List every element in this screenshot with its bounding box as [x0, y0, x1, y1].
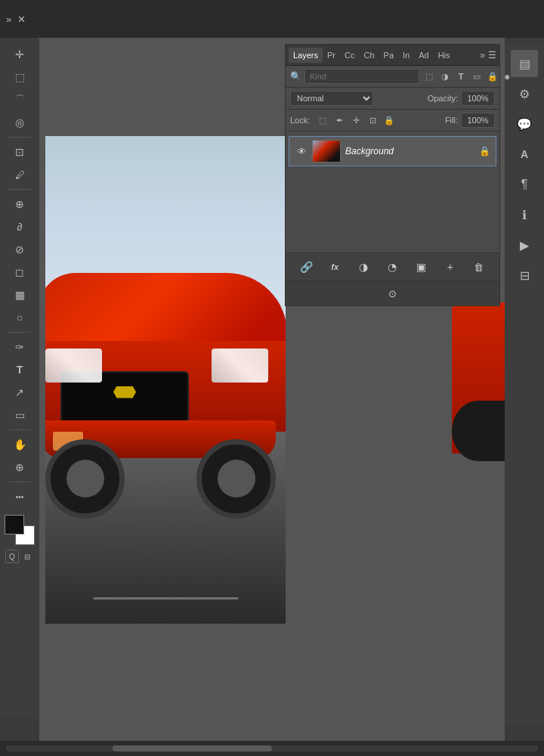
- tab-ch[interactable]: Ch: [359, 48, 379, 63]
- canvas-image: [45, 136, 286, 624]
- comments-panel-btn[interactable]: 💬: [511, 110, 538, 138]
- tab-cc[interactable]: Cc: [340, 48, 359, 63]
- search-icon: 🔍: [290, 71, 301, 82]
- fx-btn[interactable]: fx: [326, 258, 344, 276]
- lasso-tool[interactable]: ⌒: [6, 89, 33, 110]
- tab-layers[interactable]: Layers: [289, 48, 323, 63]
- blend-mode-row: Normal Opacity:: [286, 88, 499, 110]
- left-wheel: [45, 439, 125, 519]
- scrollbar-thumb[interactable]: [113, 745, 272, 751]
- info-panel-btn[interactable]: ℹ: [511, 201, 538, 228]
- filter-smart-icon[interactable]: 🔒: [486, 70, 499, 83]
- left-wheel-rim: [66, 460, 104, 497]
- brush-tool[interactable]: ∂: [6, 216, 33, 237]
- layer-list: 👁 Background 🔒: [286, 132, 499, 253]
- lock-all-icon[interactable]: 🔒: [382, 113, 396, 127]
- horizontal-scrollbar[interactable]: [6, 745, 538, 751]
- eraser-tool[interactable]: ◻: [6, 262, 33, 283]
- heal-tool[interactable]: ⊕: [6, 194, 33, 215]
- search-input[interactable]: [304, 69, 419, 84]
- left-headlight: [45, 349, 102, 383]
- blend-mode-select[interactable]: Normal: [290, 91, 373, 106]
- right-wheel-rim: [218, 460, 255, 497]
- gradient-tool[interactable]: ▦: [6, 284, 33, 305]
- compass-icon[interactable]: ⊙: [384, 284, 402, 302]
- filter-toggle[interactable]: ●: [504, 70, 510, 82]
- top-bar: » ✕: [0, 0, 544, 38]
- marquee-tool[interactable]: ⬚: [6, 67, 33, 88]
- layer-thumbnail-image: [313, 141, 340, 162]
- paragraph-panel-btn[interactable]: ¶: [511, 171, 538, 198]
- tab-pa[interactable]: Pa: [379, 48, 398, 63]
- tab-ad[interactable]: Ad: [414, 48, 433, 63]
- standard-mode[interactable]: Q: [5, 550, 19, 563]
- actions-panel-btn[interactable]: ▶: [511, 231, 538, 259]
- hand-tool[interactable]: ✋: [6, 434, 33, 455]
- panel-menu-icon[interactable]: ☰: [488, 50, 496, 60]
- add-group-btn[interactable]: ▣: [413, 258, 431, 276]
- layer-item-background[interactable]: 👁 Background 🔒: [289, 136, 496, 166]
- layers-panel: Layers Pr Cc Ch Pa In Ad His » ☰ 🔍 ⬚ ◑ T…: [285, 44, 500, 306]
- lock-transparent-icon[interactable]: ⬚: [316, 113, 329, 127]
- lock-row: Lock: ⬚ ✒ ✛ ⊡ 🔒 Fill:: [286, 110, 499, 132]
- road-marking: [93, 597, 238, 600]
- expand-btn[interactable]: »: [6, 14, 11, 25]
- tab-pr[interactable]: Pr: [323, 48, 340, 63]
- filter-shape-icon[interactable]: ▭: [470, 70, 484, 83]
- quick-select-tool[interactable]: ◎: [6, 112, 33, 133]
- left-toolbar: ✛ ⬚ ⌒ ◎ ⊡ 🖊 ⊕ ∂ ⊘ ◻ ▦ ○ ✑ T ↗ ▭ ✋ ⊕ ••• …: [0, 38, 39, 718]
- screen-mode[interactable]: ⊟: [20, 550, 34, 563]
- lock-artboard-icon[interactable]: ⊡: [366, 113, 379, 127]
- filter-pixel-icon[interactable]: ⬚: [422, 70, 436, 83]
- pen-tool[interactable]: ✑: [6, 336, 33, 358]
- eyedropper-tool[interactable]: 🖊: [6, 164, 33, 185]
- right-wheel: [196, 439, 276, 519]
- tab-in[interactable]: In: [398, 48, 414, 63]
- lock-image-icon[interactable]: ✒: [332, 113, 346, 127]
- clone-tool[interactable]: ⊘: [6, 239, 33, 260]
- link-layers-btn[interactable]: 🔗: [297, 258, 315, 276]
- tool-separator-1: [8, 137, 31, 138]
- close-btn[interactable]: ✕: [17, 14, 26, 25]
- zoom-tool[interactable]: ⊕: [6, 457, 33, 478]
- opacity-input[interactable]: [461, 91, 495, 106]
- more-tools[interactable]: •••: [6, 486, 33, 507]
- mode-toggle-group: Q ⊟: [5, 550, 34, 563]
- foreground-color-swatch[interactable]: [5, 515, 24, 534]
- lock-position-icon[interactable]: ✛: [349, 113, 363, 127]
- fill-label: Fill:: [445, 116, 458, 125]
- fill-input[interactable]: [461, 113, 495, 128]
- color-swatches: [5, 515, 35, 545]
- car-group: [45, 273, 286, 541]
- panel-tab-more: » ☰: [480, 50, 496, 60]
- right-sidebar: ▤ ⚙ 💬 A ¶ ℹ ▶ ⊟: [505, 44, 544, 724]
- add-mask-btn[interactable]: ◑: [354, 258, 372, 276]
- move-tool[interactable]: ✛: [6, 44, 33, 65]
- layer-lock-icon: 🔒: [479, 146, 490, 156]
- tab-his[interactable]: His: [434, 48, 455, 63]
- path-select-tool[interactable]: ↗: [6, 382, 33, 403]
- right-headlight: [212, 349, 268, 383]
- filter-type-icon[interactable]: T: [454, 70, 468, 83]
- crop-tool[interactable]: ⊡: [6, 141, 33, 163]
- adjustments-panel-btn[interactable]: ⚙: [511, 80, 538, 107]
- filter-adjust-icon[interactable]: ◑: [438, 70, 452, 83]
- layer-thumbnail: [312, 140, 341, 163]
- shape-tool[interactable]: ▭: [6, 404, 33, 426]
- layer-name: Background: [345, 146, 474, 156]
- type-tool[interactable]: T: [6, 359, 33, 380]
- history-panel-btn[interactable]: ⊟: [511, 262, 538, 289]
- bottom-bar: [0, 741, 544, 756]
- layer-visibility-toggle[interactable]: 👁: [295, 145, 308, 157]
- dodge-tool[interactable]: ○: [6, 307, 33, 328]
- character-panel-btn[interactable]: A: [511, 141, 538, 168]
- lock-label: Lock:: [290, 116, 310, 125]
- delete-layer-btn[interactable]: 🗑: [470, 258, 488, 276]
- opacity-row: Opacity:: [428, 91, 495, 106]
- lock-icons: ⬚ ✒ ✛ ⊡ 🔒: [316, 113, 396, 127]
- add-adjustment-btn[interactable]: ◔: [383, 258, 401, 276]
- tool-separator-5: [8, 482, 31, 482]
- new-layer-btn[interactable]: +: [441, 258, 459, 276]
- layers-panel-btn[interactable]: ▤: [511, 50, 538, 77]
- panel-expand-icon[interactable]: »: [480, 50, 485, 60]
